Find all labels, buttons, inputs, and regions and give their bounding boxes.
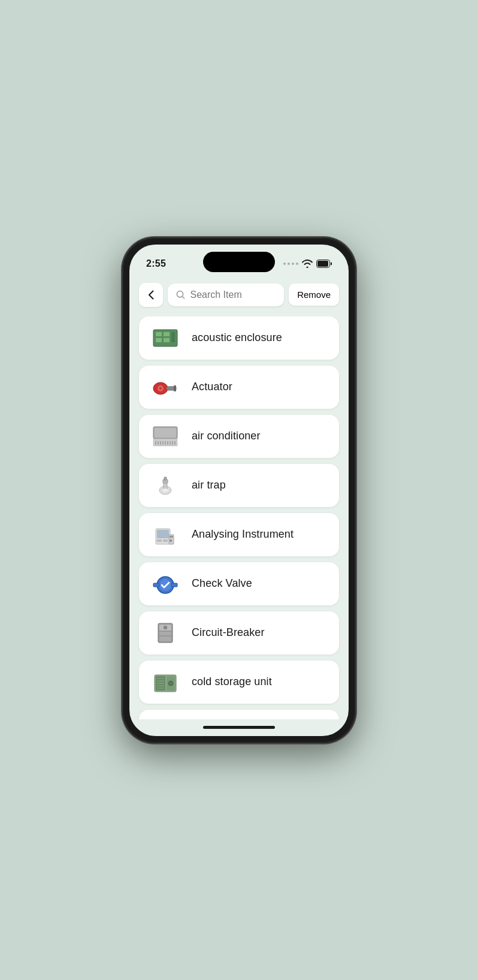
svg-rect-33 [157,539,162,542]
item-icon-cold-storage [150,667,181,698]
svg-point-56 [168,681,173,686]
list-item[interactable]: Actuator [139,366,339,409]
item-label: Check Valve [192,577,252,590]
svg-rect-4 [156,332,162,336]
item-label: acoustic enclosure [192,331,282,344]
svg-rect-15 [155,428,176,438]
item-icon-check-valve [150,568,181,599]
back-button[interactable] [139,283,163,307]
status-time: 2:55 [146,258,166,269]
list-item[interactable]: Check Valve [139,562,339,605]
item-icon-actuator [150,372,181,403]
home-bar [203,726,275,729]
item-label: air conditioner [192,430,261,442]
item-label: cold storage unit [192,676,272,688]
svg-rect-29 [164,477,167,480]
item-icon-air-trap [150,470,181,501]
search-input[interactable] [190,290,276,300]
battery-icon [316,260,332,268]
svg-point-30 [162,489,168,492]
list-item[interactable]: cold storage unit [139,661,339,704]
wifi-icon [302,260,313,268]
svg-rect-1 [317,261,328,267]
search-input-wrapper [168,284,284,306]
item-label: air trap [192,479,226,491]
list-item[interactable]: Analysing Instrument [139,513,339,556]
svg-point-13 [159,387,162,390]
status-icons [283,260,332,268]
svg-rect-36 [170,536,173,538]
svg-rect-34 [163,539,168,542]
search-icon [176,290,185,300]
item-icon-circuit-breaker [150,617,181,649]
svg-rect-44 [159,632,171,635]
remove-button[interactable]: Remove [289,284,339,306]
items-list: acoustic enclosure Actuator [129,316,349,719]
svg-rect-8 [171,332,175,342]
svg-point-37 [170,539,172,542]
svg-rect-40 [153,583,159,587]
item-label: Actuator [192,381,232,393]
svg-rect-5 [156,338,162,342]
item-label: Analysing Instrument [192,528,294,541]
svg-rect-11 [174,385,176,391]
item-icon-acoustic [150,322,181,354]
home-indicator [129,719,349,736]
phone-screen: 2:55 [129,245,349,736]
search-area: Remove [129,278,349,316]
svg-rect-47 [164,626,167,629]
list-item[interactable]: acoustic enclosure [139,316,339,360]
svg-rect-32 [157,530,169,538]
svg-rect-7 [164,338,170,342]
item-icon-ac [150,421,181,452]
svg-rect-6 [164,332,170,336]
list-item[interactable]: compressor [139,710,339,719]
svg-rect-45 [159,637,171,641]
signal-icon [283,263,298,265]
list-item[interactable]: air conditioner [139,415,339,458]
svg-rect-41 [171,583,177,587]
list-item[interactable]: air trap [139,464,339,507]
phone-frame: 2:55 [122,237,356,743]
dynamic-island [203,252,275,272]
list-item[interactable]: Circuit-Breaker [139,611,339,655]
item-icon-analysing [150,519,181,550]
item-label: Circuit-Breaker [192,626,265,639]
